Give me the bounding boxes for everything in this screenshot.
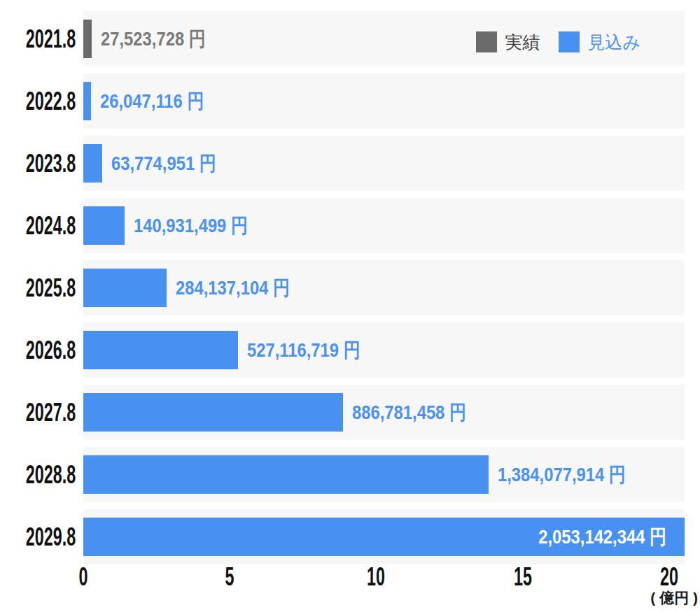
legend-item-actual[interactable]: 実績 [476,31,540,52]
category-label: 2022.8 [0,73,83,129]
bar-chart-page: 2021.8 27,523,728 円 2022.8 26,047,116 円 … [0,0,700,612]
bar-value-label: 2,053,142,344 円 [516,527,666,547]
category-label: 2028.8 [0,447,83,502]
bar-2025.8[interactable]: 284,137,104 円 [83,269,167,307]
chart-row: 2024.8 140,931,499 円 [0,198,700,253]
category-label: 2026.8 [0,322,83,378]
x-axis-tick-label: 20 [654,564,683,590]
legend-item-forecast[interactable]: 見込み [559,31,640,52]
bar-value-label: 886,781,458 円 [352,403,486,422]
bar-track: 1,384,077,914 円 [83,447,685,502]
bar-track: 26,047,116 円 [83,73,685,129]
bar-track: 527,116,719 円 [83,322,685,378]
chart-row: 2027.8 886,781,458 円 [0,385,700,440]
bar-2023.8[interactable]: 63,774,951 円 [83,144,102,183]
bar-value-label: 527,116,719 円 [247,341,380,360]
x-axis-tick-label: 5 [223,564,237,590]
legend-swatch-actual [476,31,497,52]
x-axis-tick-label: 15 [508,564,537,590]
bar-2022.8[interactable]: 26,047,116 円 [83,82,91,120]
category-label: 2021.8 [0,11,83,66]
category-label: 2023.8 [0,136,83,191]
x-axis-tick-label: 0 [76,564,91,590]
bar-value-label: 1,384,077,914 円 [498,465,648,485]
chart-row: 2023.8 63,774,951 円 [0,136,700,191]
bar-2028.8[interactable]: 1,384,077,914 円 [83,455,489,494]
bar-2026.8[interactable]: 527,116,719 円 [83,331,238,369]
bar-track: 284,137,104 円 [83,260,685,315]
bar-2024.8[interactable]: 140,931,499 円 [83,206,125,245]
category-label: 2027.8 [0,385,83,440]
x-axis: 0 5 10 15 20 [83,564,685,590]
bar-value-label: 26,047,116 円 [100,92,222,111]
x-axis-unit-label: ( 億円 ) [650,588,698,608]
chart-row: 2028.8 1,384,077,914 円 [0,447,700,502]
bar-track: 63,774,951 円 [83,136,685,191]
bar-2027.8[interactable]: 886,781,458 円 [83,393,343,432]
legend: 実績 見込み [476,31,640,52]
category-label: 2024.8 [0,198,83,253]
bar-track: 2,053,142,344 円 [83,509,685,564]
bar-2021.8[interactable]: 27,523,728 円 [83,20,92,58]
chart-row: 2025.8 284,137,104 円 [0,260,700,315]
category-label: 2025.8 [0,260,83,315]
bar-value-label: 284,137,104 円 [176,278,310,298]
chart-row: 2029.8 2,053,142,344 円 [0,509,700,564]
x-axis-tick-label: 10 [362,564,391,590]
bar-value-label: 140,931,499 円 [134,216,268,236]
bar-value-label: 27,523,728 円 [101,29,224,49]
bar-value-label: 63,774,951 円 [111,154,234,173]
legend-swatch-forecast [559,31,580,52]
legend-label-forecast: 見込み [587,31,640,52]
chart-rows: 2021.8 27,523,728 円 2022.8 26,047,116 円 … [0,11,700,571]
bar-track: 886,781,458 円 [83,385,685,440]
chart-row: 2022.8 26,047,116 円 [0,73,700,129]
category-label: 2029.8 [0,509,83,564]
bar-2029.8[interactable]: 2,053,142,344 円 [83,518,685,556]
legend-label-actual: 実績 [505,31,540,52]
chart-row: 2026.8 527,116,719 円 [0,322,700,378]
bar-track: 140,931,499 円 [83,198,685,253]
